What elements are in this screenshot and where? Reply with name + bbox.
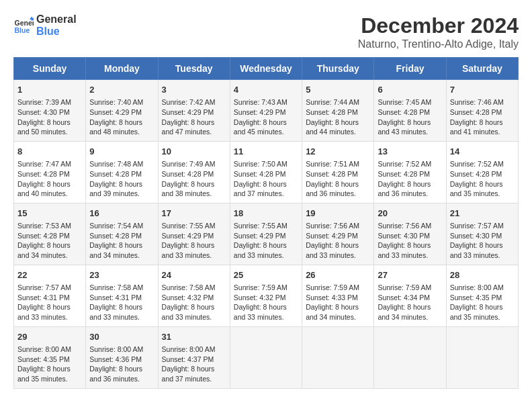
logo: General Blue General Blue	[13, 13, 77, 37]
sunrise-text: Sunrise: 7:52 AM	[378, 160, 431, 168]
daylight-text: Daylight: 8 hours and 33 minutes.	[306, 241, 359, 259]
calendar-cell: 2Sunrise: 7:40 AMSunset: 4:29 PMDaylight…	[86, 80, 158, 142]
sunset-text: Sunset: 4:28 PM	[306, 170, 358, 178]
sunrise-text: Sunrise: 7:59 AM	[378, 283, 431, 291]
daylight-text: Daylight: 8 hours and 33 minutes.	[162, 241, 215, 259]
sunrise-text: Sunrise: 8:00 AM	[450, 283, 504, 291]
calendar-cell	[446, 326, 518, 388]
sunrise-text: Sunrise: 7:55 AM	[234, 222, 287, 230]
daylight-text: Daylight: 8 hours and 41 minutes.	[450, 118, 503, 136]
sunset-text: Sunset: 4:28 PM	[450, 170, 502, 178]
day-number: 1	[17, 84, 82, 96]
daylight-text: Daylight: 8 hours and 50 minutes.	[17, 118, 71, 136]
daylight-text: Daylight: 8 hours and 47 minutes.	[162, 118, 215, 136]
sunrise-text: Sunrise: 7:52 AM	[450, 160, 504, 168]
sunset-text: Sunset: 4:37 PM	[162, 355, 214, 363]
daylight-text: Daylight: 8 hours and 33 minutes.	[378, 241, 431, 259]
daylight-text: Daylight: 8 hours and 33 minutes.	[234, 241, 287, 259]
day-header-wednesday: Wednesday	[230, 58, 302, 80]
daylight-text: Daylight: 8 hours and 33 minutes.	[162, 303, 215, 321]
sunrise-text: Sunrise: 7:59 AM	[306, 283, 359, 291]
svg-text:Blue: Blue	[15, 26, 30, 34]
calendar-cell: 27Sunrise: 7:59 AMSunset: 4:34 PMDayligh…	[374, 265, 446, 326]
sunset-text: Sunset: 4:34 PM	[378, 293, 430, 302]
calendar-cell: 17Sunrise: 7:55 AMSunset: 4:29 PMDayligh…	[158, 203, 230, 265]
day-number: 19	[306, 208, 370, 220]
sunrise-text: Sunrise: 7:43 AM	[234, 98, 287, 106]
day-number: 6	[378, 84, 442, 96]
day-number: 7	[450, 84, 515, 96]
sunset-text: Sunset: 4:28 PM	[378, 170, 430, 178]
sunrise-text: Sunrise: 7:47 AM	[17, 160, 71, 168]
calendar-cell: 19Sunrise: 7:56 AMSunset: 4:29 PMDayligh…	[302, 203, 374, 265]
calendar-cell: 21Sunrise: 7:57 AMSunset: 4:30 PMDayligh…	[446, 203, 518, 265]
day-header-thursday: Thursday	[302, 58, 374, 80]
daylight-text: Daylight: 8 hours and 37 minutes.	[234, 180, 287, 198]
sunrise-text: Sunrise: 7:48 AM	[89, 160, 143, 168]
day-number: 16	[89, 208, 154, 220]
sunset-text: Sunset: 4:29 PM	[234, 108, 286, 116]
calendar-cell: 16Sunrise: 7:54 AMSunset: 4:28 PMDayligh…	[86, 203, 158, 265]
day-number: 24	[162, 269, 226, 281]
calendar-cell	[302, 326, 374, 388]
calendar-cell: 3Sunrise: 7:42 AMSunset: 4:29 PMDaylight…	[158, 80, 230, 142]
daylight-text: Daylight: 8 hours and 34 minutes.	[89, 241, 142, 259]
main-title: December 2024	[358, 13, 519, 38]
sunrise-text: Sunrise: 7:42 AM	[162, 98, 216, 106]
sunset-text: Sunset: 4:28 PM	[162, 170, 214, 178]
sunset-text: Sunset: 4:28 PM	[89, 170, 142, 178]
day-number: 22	[17, 269, 82, 281]
calendar-cell: 24Sunrise: 7:58 AMSunset: 4:32 PMDayligh…	[158, 265, 230, 326]
sunrise-text: Sunrise: 7:39 AM	[17, 98, 71, 106]
calendar-cell: 30Sunrise: 8:00 AMSunset: 4:36 PMDayligh…	[86, 326, 158, 388]
sunset-text: Sunset: 4:31 PM	[17, 293, 70, 302]
daylight-text: Daylight: 8 hours and 36 minutes.	[306, 180, 359, 198]
sunset-text: Sunset: 4:32 PM	[234, 293, 286, 302]
calendar-cell: 4Sunrise: 7:43 AMSunset: 4:29 PMDaylight…	[230, 80, 302, 142]
week-row-2: 8Sunrise: 7:47 AMSunset: 4:28 PMDaylight…	[14, 141, 519, 203]
logo-icon: General Blue	[13, 15, 34, 36]
day-number: 21	[450, 208, 515, 220]
sub-title: Naturno, Trentino-Alto Adige, Italy	[358, 38, 519, 50]
calendar-cell: 18Sunrise: 7:55 AMSunset: 4:29 PMDayligh…	[230, 203, 302, 265]
sunset-text: Sunset: 4:29 PM	[234, 232, 286, 240]
day-number: 4	[234, 84, 298, 96]
day-number: 23	[89, 269, 154, 281]
daylight-text: Daylight: 8 hours and 36 minutes.	[378, 180, 431, 198]
day-header-friday: Friday	[374, 58, 446, 80]
calendar-cell: 20Sunrise: 7:56 AMSunset: 4:30 PMDayligh…	[374, 203, 446, 265]
week-row-4: 22Sunrise: 7:57 AMSunset: 4:31 PMDayligh…	[14, 265, 519, 326]
sunrise-text: Sunrise: 7:44 AM	[306, 98, 359, 106]
daylight-text: Daylight: 8 hours and 34 minutes.	[17, 241, 71, 259]
calendar-cell: 28Sunrise: 8:00 AMSunset: 4:35 PMDayligh…	[446, 265, 518, 326]
daylight-text: Daylight: 8 hours and 33 minutes.	[450, 241, 503, 259]
calendar-cell	[230, 326, 302, 388]
sunset-text: Sunset: 4:28 PM	[17, 232, 70, 240]
calendar-table: SundayMondayTuesdayWednesdayThursdayFrid…	[13, 57, 519, 389]
sunset-text: Sunset: 4:30 PM	[450, 232, 502, 240]
calendar-cell: 11Sunrise: 7:50 AMSunset: 4:28 PMDayligh…	[230, 141, 302, 203]
sunrise-text: Sunrise: 7:59 AM	[234, 283, 287, 291]
day-header-monday: Monday	[86, 58, 158, 80]
sunrise-text: Sunrise: 7:57 AM	[17, 283, 71, 291]
daylight-text: Daylight: 8 hours and 33 minutes.	[234, 303, 287, 321]
daylight-text: Daylight: 8 hours and 35 minutes.	[450, 303, 503, 321]
calendar-cell: 12Sunrise: 7:51 AMSunset: 4:28 PMDayligh…	[302, 141, 374, 203]
day-number: 20	[378, 208, 442, 220]
day-number: 15	[17, 208, 82, 220]
daylight-text: Daylight: 8 hours and 44 minutes.	[306, 118, 359, 136]
day-number: 3	[162, 84, 226, 96]
sunset-text: Sunset: 4:28 PM	[306, 108, 358, 116]
sunrise-text: Sunrise: 7:49 AM	[162, 160, 216, 168]
day-number: 9	[89, 146, 154, 158]
day-number: 17	[162, 208, 226, 220]
day-number: 5	[306, 84, 370, 96]
day-number: 18	[234, 208, 298, 220]
sunset-text: Sunset: 4:28 PM	[17, 170, 70, 178]
calendar-body: 1Sunrise: 7:39 AMSunset: 4:30 PMDaylight…	[14, 80, 519, 389]
sunset-text: Sunset: 4:29 PM	[89, 108, 142, 116]
sunset-text: Sunset: 4:32 PM	[162, 293, 214, 302]
sunset-text: Sunset: 4:35 PM	[450, 293, 502, 302]
sunset-text: Sunset: 4:28 PM	[89, 232, 142, 240]
calendar-cell: 26Sunrise: 7:59 AMSunset: 4:33 PMDayligh…	[302, 265, 374, 326]
